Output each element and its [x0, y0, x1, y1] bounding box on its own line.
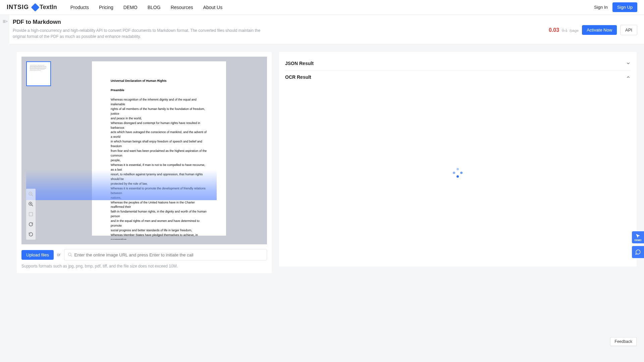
page-description: Provide a high-concurrency and high-reli… [13, 27, 268, 40]
doc-subtitle: Preamble [111, 88, 207, 93]
chat-float-button[interactable] [632, 246, 644, 258]
price-old: 0.1 [562, 28, 568, 33]
json-result-section: JSON Result [285, 57, 631, 70]
chat-icon [635, 249, 641, 255]
doc-line: nations, [111, 196, 207, 200]
page-thumbnail-1[interactable]: Universal Declaration of Human Rights Pr… [26, 61, 51, 86]
search-icon [68, 252, 72, 257]
collapse-icon [2, 19, 7, 24]
doc-line: resort, to rebellion against tyranny and… [111, 172, 207, 182]
doc-line: rights of all members of the human famil… [111, 107, 207, 116]
loading-spinner-icon [453, 168, 463, 178]
fit-width-icon [28, 212, 34, 217]
price-block: 0.03 0.1 /page [549, 27, 579, 33]
url-input[interactable] [74, 252, 263, 257]
preview-panel: Universal Declaration of Human Rights Pr… [17, 52, 272, 273]
ocr-result-body [285, 84, 631, 262]
sign-up-button[interactable]: Sign Up [612, 2, 637, 12]
doc-line: social progress and better standards of … [111, 228, 207, 233]
doc-title: Universal Declaration of Human Rights [111, 79, 207, 83]
rotate-ccw-icon [28, 232, 34, 237]
cursor-icon [635, 233, 641, 239]
page-title: PDF to Markdown [13, 19, 549, 25]
logo-textin-label: TextIn [40, 4, 57, 11]
thumbnail-preview: Universal Declaration of Human Rights Pr… [29, 63, 49, 84]
cube-icon [31, 3, 39, 11]
rotate-cw-button[interactable] [28, 221, 34, 228]
rotate-ccw-button[interactable] [28, 231, 34, 238]
chevron-down-icon [626, 61, 631, 66]
doc-line: protected by the rule of law, [111, 182, 207, 186]
auth-group: Sign In Sign Up [594, 2, 637, 12]
nav-about[interactable]: About Us [203, 5, 223, 10]
main-nav: Products Pricing DEMO BLOG Resources Abo… [70, 5, 222, 10]
floating-buttons: DEMO [632, 231, 644, 258]
doc-line: Whereas it is essential to promote the d… [111, 186, 207, 196]
rotate-cw-icon [28, 222, 34, 227]
sidebar-collapse-handle[interactable] [0, 15, 9, 281]
ocr-result-label: OCR Result [285, 74, 311, 80]
preview-stage: Universal Declaration of Human Rights Pr… [21, 57, 267, 244]
svg-line-1 [32, 195, 33, 196]
nav-blog[interactable]: BLOG [148, 5, 161, 10]
svg-line-4 [32, 205, 33, 206]
url-input-wrap[interactable] [64, 249, 267, 260]
doc-line: Whereas recognition of the inherent dign… [111, 98, 207, 107]
nav-demo[interactable]: DEMO [123, 5, 138, 10]
doc-line: Whereas it is essential, if man is not t… [111, 163, 207, 172]
doc-line: Whereas Member States have pledged thems… [111, 233, 207, 240]
page-header: PDF to Markdown Provide a high-concurren… [9, 15, 644, 45]
doc-line: and peace in the world, [111, 116, 207, 121]
paper-stage: Universal Declaration of Human Rights Pr… [56, 61, 262, 240]
ocr-result-toggle[interactable]: OCR Result [285, 70, 631, 84]
logo-textin[interactable]: TextIn [32, 4, 57, 11]
nav-pricing[interactable]: Pricing [99, 5, 113, 10]
doc-line: Whereas the peoples of the United Nation… [111, 200, 207, 210]
json-result-label: JSON Result [285, 61, 314, 66]
api-button[interactable]: API [620, 25, 637, 35]
doc-line: in which human beings shall enjoy freedo… [111, 139, 207, 149]
nav-products[interactable]: Products [70, 5, 89, 10]
doc-line: people, [111, 158, 207, 163]
doc-line: from fear and want has been proclaimed a… [111, 149, 207, 158]
zoom-out-button[interactable] [28, 191, 34, 197]
demo-float-label: DEMO [634, 239, 642, 242]
zoom-out-icon [28, 191, 34, 197]
svg-line-9 [70, 255, 72, 257]
zoom-toolbar [26, 189, 36, 240]
results-panel: JSON Result OCR Result [279, 52, 637, 266]
upload-files-button[interactable]: Upload files [21, 250, 54, 260]
json-result-toggle[interactable]: JSON Result [285, 57, 631, 70]
doc-body: Whereas recognition of the inherent dign… [111, 98, 207, 240]
price-current: 0.03 [549, 27, 559, 33]
activate-now-button[interactable]: Activate Now [582, 25, 617, 35]
rendered-page: Universal Declaration of Human Rights Pr… [92, 61, 226, 236]
fit-width-button[interactable] [28, 211, 34, 218]
nav-resources[interactable]: Resources [171, 5, 193, 10]
zoom-in-icon [28, 201, 34, 207]
doc-line: and in the equal rights of men and women… [111, 219, 207, 228]
upload-row: Upload files or [21, 249, 267, 260]
doc-line: acts which have outraged the conscience … [111, 130, 207, 139]
chevron-up-icon [626, 75, 631, 79]
svg-rect-7 [29, 213, 33, 216]
logo-intsig[interactable]: INTSIG [7, 4, 29, 11]
sign-in-link[interactable]: Sign In [594, 5, 607, 10]
page-actions: 0.03 0.1 /page Activate Now API [549, 19, 644, 35]
demo-float-button[interactable]: DEMO [632, 231, 644, 243]
svg-point-8 [68, 253, 71, 256]
doc-line: Whereas disregard and contempt for human… [111, 121, 207, 130]
doc-line: faith in fundamental human rights, in th… [111, 209, 207, 219]
upload-hint: Supports formats such as jpg, png, bmp, … [21, 264, 267, 268]
ocr-result-section: OCR Result [285, 70, 631, 84]
zoom-in-button[interactable] [28, 201, 34, 207]
content-area: Universal Declaration of Human Rights Pr… [9, 45, 644, 281]
price-unit: /page [570, 28, 579, 33]
top-nav: INTSIG TextIn Products Pricing DEMO BLOG… [0, 0, 644, 15]
logo-group: INTSIG TextIn [7, 4, 57, 11]
or-label: or [57, 252, 61, 257]
